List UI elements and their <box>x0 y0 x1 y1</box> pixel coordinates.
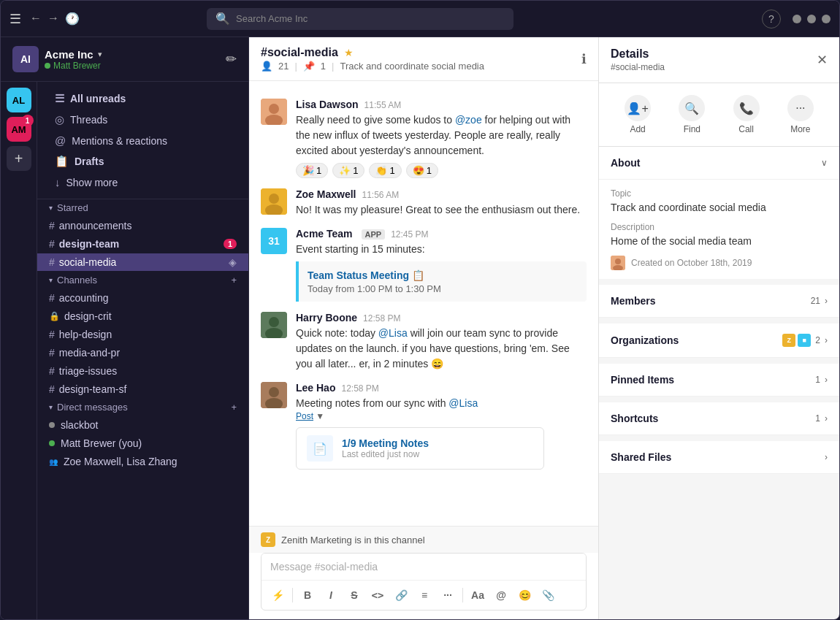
sidebar-item-drafts[interactable]: 📋 Drafts <box>43 151 243 172</box>
sidebar: AI Acme Inc ▾ Matt Brewer ✏ <box>1 37 249 619</box>
channel-label: design-team <box>59 238 119 250</box>
more-formatting-button[interactable]: ··· <box>438 585 458 605</box>
star-icon[interactable]: ★ <box>344 47 354 58</box>
forward-button[interactable]: → <box>47 12 59 26</box>
help-button[interactable]: ? <box>762 9 781 28</box>
search-input[interactable] <box>236 13 505 24</box>
channels-section-header[interactable]: ▾ Channels + <box>37 272 248 288</box>
channel-item-design-team[interactable]: # design-team 1 <box>37 235 248 253</box>
dm-item-matt[interactable]: Matt Brewer (you) <box>37 435 248 452</box>
more-actions-button[interactable]: ··· More <box>787 95 814 134</box>
members-count: 21 <box>278 61 289 72</box>
channel-item-accounting[interactable]: # accounting <box>37 289 248 307</box>
attach-button[interactable]: 📎 <box>538 585 558 605</box>
channel-item-media-and-pr[interactable]: # media-and-pr <box>37 344 248 361</box>
reaction-button[interactable]: ✨ 1 <box>332 163 364 178</box>
hash-icon: # <box>49 383 55 395</box>
close-details-button[interactable]: ✕ <box>817 52 828 68</box>
add-workspace-button[interactable]: + <box>7 146 31 171</box>
dm-item-zoe-lisa[interactable]: 👥 Zoe Maxwell, Lisa Zhang <box>37 453 248 470</box>
app-window: ☰ ← → 🕐 🔍 ? – □ ✕ AI <box>0 0 840 620</box>
description-value: Home of the social media team <box>611 235 828 247</box>
post-link[interactable]: Post <box>296 411 313 421</box>
search-bar[interactable]: 🔍 <box>207 8 513 30</box>
message-input[interactable] <box>261 554 586 580</box>
message-header: Harry Boone 12:58 PM <box>296 312 587 324</box>
starred-section-header[interactable]: ▾ Starred <box>37 199 248 216</box>
workspace-avatar-al[interactable]: AL <box>7 88 31 112</box>
close-button[interactable]: ✕ <box>822 15 831 23</box>
org-badge-z: Z <box>782 334 795 347</box>
add-dm-button[interactable]: + <box>231 402 237 413</box>
shared-files-count: › <box>825 452 828 462</box>
mention-button[interactable]: @ <box>491 585 511 605</box>
about-chevron-icon: ∨ <box>821 158 828 168</box>
maximize-button[interactable]: □ <box>807 15 816 23</box>
message-item: Lee Hao 12:58 PM Meeting notes from our … <box>249 378 598 474</box>
svg-point-10 <box>269 387 279 397</box>
message-content: Lee Hao 12:58 PM Meeting notes from our … <box>296 382 587 470</box>
sidebar-item-all-unreads[interactable]: ☰ All unreads <box>43 88 243 109</box>
toolbar-separator <box>462 588 463 602</box>
back-button[interactable]: ← <box>30 12 42 26</box>
avatar <box>261 188 287 215</box>
menu-icon[interactable]: ☰ <box>9 11 21 27</box>
topic-label: Topic <box>611 188 828 199</box>
channel-item-social-media[interactable]: # social-media ◈ <box>37 253 248 271</box>
add-channel-button[interactable]: + <box>231 275 237 286</box>
reaction-button[interactable]: 😍 1 <box>406 163 438 178</box>
details-header: Details #social-media ✕ <box>599 37 839 83</box>
channels-chevron-icon: ▾ <box>49 276 53 284</box>
channel-item-announcements[interactable]: # announcements <box>37 217 248 234</box>
dm-section-header[interactable]: ▾ Direct messages + <box>37 399 248 416</box>
strikethrough-button[interactable]: S <box>344 585 364 605</box>
hash-icon: # <box>49 365 55 377</box>
sidebar-item-show-more[interactable]: ↓ Show more <box>43 172 243 192</box>
shared-files-header[interactable]: Shared Files › <box>599 441 839 474</box>
members-section-header[interactable]: Members 21 › <box>599 285 839 318</box>
italic-button[interactable]: I <box>321 585 341 605</box>
topic-value: Track and coordinate social media <box>611 202 828 213</box>
code-button[interactable]: <> <box>367 585 388 605</box>
group-dm-icon: 👥 <box>49 458 58 466</box>
lightning-button[interactable]: ⚡ <box>267 585 288 605</box>
sidebar-item-mentions[interactable]: @ Mentions & reactions <box>43 131 243 150</box>
channel-item-triage-issues[interactable]: # triage-issues <box>37 362 248 380</box>
reaction-button[interactable]: 👏 1 <box>369 163 401 178</box>
link-button[interactable]: 🔗 <box>391 585 411 605</box>
edit-button[interactable]: ✏ <box>226 51 237 67</box>
message-author: Lisa Dawson <box>296 99 359 110</box>
emoji-button[interactable]: 😊 <box>514 585 535 605</box>
workspace-name[interactable]: Acme Inc <box>45 48 93 61</box>
about-section-header[interactable]: About ∨ <box>599 147 839 180</box>
find-button[interactable]: 🔍 Find <box>679 95 705 134</box>
list-button[interactable]: ≡ <box>414 585 435 605</box>
show-more-label: Show more <box>66 177 118 188</box>
add-member-button[interactable]: 👤+ Add <box>625 95 651 134</box>
minimize-button[interactable]: – <box>793 15 801 23</box>
shortcuts-header[interactable]: Shortcuts 1 › <box>599 402 839 435</box>
reaction-button[interactable]: 🎉 1 <box>296 163 328 178</box>
organizations-section-header[interactable]: Organizations Z ■ 2 › <box>599 324 839 358</box>
event-link[interactable]: Team Status Meeting 📋 <box>308 269 424 281</box>
history-button[interactable]: 🕐 <box>65 12 80 26</box>
info-button[interactable]: ℹ <box>581 51 587 67</box>
text-style-button[interactable]: Aa <box>467 585 488 605</box>
sidebar-item-threads[interactable]: ◎ Threads <box>43 110 243 130</box>
file-meta: Last edited just now <box>342 449 429 459</box>
dm-item-slackbot[interactable]: slackbot <box>37 416 248 434</box>
pinned-items-header[interactable]: Pinned Items 1 › <box>599 364 839 397</box>
bold-button[interactable]: B <box>297 585 318 605</box>
created-info: Created on October 18th, 2019 <box>611 256 828 270</box>
channel-item-design-crit[interactable]: 🔒 design-crit <box>37 307 248 325</box>
notification-badge: 1 <box>22 115 34 126</box>
message-text: Event starting in 15 minutes: <box>296 242 587 257</box>
mentions-icon: @ <box>55 134 66 147</box>
file-attachment[interactable]: 📄 1/9 Meeting Notes Last edited just now <box>296 427 544 470</box>
hash-icon: # <box>49 256 55 268</box>
workspace-avatar-am[interactable]: AM 1 <box>7 117 31 142</box>
channel-item-design-team-sf[interactable]: # design-team-sf <box>37 380 248 398</box>
channel-item-help-design[interactable]: # help-design <box>37 326 248 343</box>
hash-icon: # <box>49 329 55 340</box>
call-button[interactable]: 📞 Call <box>733 95 760 134</box>
